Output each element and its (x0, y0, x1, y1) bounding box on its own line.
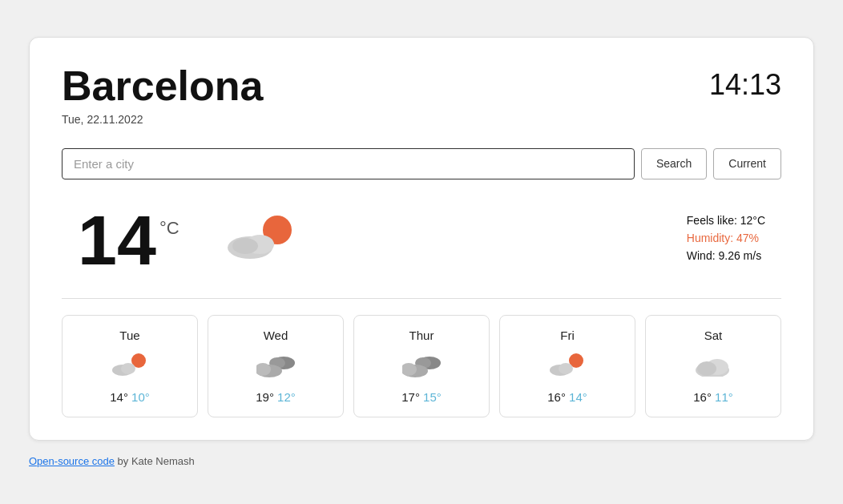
mini-cloud-sun-icon (112, 353, 147, 379)
forecast-day: Fri (560, 329, 575, 342)
temperature-block: 14 °C (78, 205, 179, 276)
low-temp: 11° (715, 390, 733, 404)
svg-point-14 (559, 363, 573, 374)
forecast-temps-thur: 17° 15° (401, 390, 442, 404)
forecast-day: Thur (409, 329, 434, 342)
cloud-front-icon (256, 361, 282, 377)
high-temp: 16° (693, 390, 715, 404)
high-temp: 17° (401, 390, 423, 404)
forecast-card-tue: Tue 14° 10° (62, 315, 198, 417)
forecast-day: Wed (264, 329, 288, 342)
city-info: Barcelona Tue, 22.11.2022 (62, 63, 263, 125)
open-source-link[interactable]: Open-source code (29, 455, 115, 467)
forecast-card-wed: Wed 19° 12° (208, 315, 344, 417)
high-temp: 14° (110, 390, 131, 404)
city-search-input[interactable] (62, 148, 635, 179)
low-temp: 10° (131, 390, 150, 404)
divider (62, 298, 781, 299)
search-row: Search Current (62, 148, 781, 179)
double-cloud-icon (402, 353, 441, 379)
temperature-value: 14 (78, 205, 156, 276)
forecast-temps-fri: 16° 14° (547, 390, 587, 404)
cloud-icon (228, 224, 285, 262)
svg-point-4 (121, 363, 135, 374)
forecast-card-fri: Fri 16° 14° (499, 315, 635, 417)
forecast-temps-sat: 16° 11° (693, 390, 733, 404)
weather-card: Barcelona Tue, 22.11.2022 14:13 Search C… (29, 37, 814, 440)
forecast-temps-tue: 14° 10° (110, 390, 150, 404)
cloud-front-icon (402, 361, 428, 377)
search-button[interactable]: Search (641, 148, 707, 179)
cloud-only-icon (696, 355, 731, 377)
wind: Wind: 9.26 m/s (687, 249, 765, 262)
high-temp: 19° (256, 390, 277, 404)
forecast-temps-wed: 19° 12° (256, 390, 296, 404)
forecast-day: Tue (119, 329, 139, 342)
feels-like: Feels like: 12°C (687, 214, 765, 227)
forecast-icon-fri (550, 350, 585, 382)
weather-icon-main (228, 212, 300, 268)
current-location-button[interactable]: Current (713, 148, 781, 179)
forecast-card-thur: Thur 17° 15° (353, 315, 490, 417)
low-temp: 14° (569, 390, 587, 404)
header: Barcelona Tue, 22.11.2022 14:13 (62, 63, 781, 125)
svg-point-17 (697, 361, 716, 376)
humidity: Humidity: 47% (687, 232, 765, 244)
low-temp: 12° (277, 390, 296, 404)
current-weather: 14 °C Feels like: 12°C Humidity: 47% (62, 205, 781, 276)
forecast-day: Sat (704, 329, 723, 342)
svg-point-2 (232, 238, 258, 254)
mini-cloud-sun-icon (550, 353, 585, 379)
mini-cloud-icon (550, 358, 577, 379)
double-cloud-icon (256, 353, 295, 379)
footer-author: by Kate Nemash (115, 455, 195, 467)
temperature-unit: °C (159, 218, 179, 239)
high-temp: 16° (547, 390, 569, 404)
weather-details: Feels like: 12°C Humidity: 47% Wind: 9.2… (687, 214, 765, 267)
forecast-icon-sat (696, 350, 731, 382)
forecast-icon-wed (256, 350, 295, 382)
city-name: Barcelona (62, 63, 263, 109)
forecast-card-sat: Sat 16° 11° (645, 315, 781, 417)
footer: Open-source code by Kate Nemash (29, 455, 814, 467)
mini-cloud-icon (112, 358, 139, 379)
forecast-icon-thur (402, 350, 441, 382)
low-temp: 15° (423, 390, 442, 404)
forecast-icon-tue (112, 350, 147, 382)
time-display: 14:13 (709, 68, 781, 102)
forecast-row: Tue 14° 10° Wed (62, 315, 781, 417)
date: Tue, 22.11.2022 (62, 113, 263, 126)
